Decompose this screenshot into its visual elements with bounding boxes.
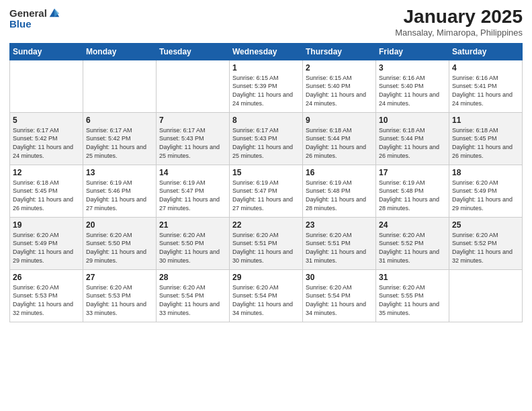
logo-icon — [48, 7, 60, 19]
day-number: 6 — [86, 116, 153, 125]
col-wednesday: Wednesday — [230, 43, 303, 60]
calendar-cell: 14Sunrise: 6:19 AMSunset: 5:47 PMDayligh… — [157, 165, 230, 217]
day-info: Sunrise: 6:18 AMSunset: 5:45 PMDaylight:… — [452, 126, 519, 160]
day-number: 15 — [232, 168, 300, 177]
calendar-cell: 31Sunrise: 6:20 AMSunset: 5:55 PMDayligh… — [376, 269, 449, 322]
day-info: Sunrise: 6:18 AMSunset: 5:44 PMDaylight:… — [379, 126, 446, 160]
title-area: January 2025 Mansalay, Mimaropa, Philipp… — [395, 7, 523, 38]
day-number: 10 — [379, 116, 446, 125]
day-info: Sunrise: 6:17 AMSunset: 5:43 PMDaylight:… — [159, 126, 226, 160]
calendar-cell: 17Sunrise: 6:19 AMSunset: 5:48 PMDayligh… — [376, 165, 449, 217]
day-number: 19 — [13, 220, 80, 230]
day-info: Sunrise: 6:20 AMSunset: 5:53 PMDaylight:… — [86, 283, 153, 317]
day-info: Sunrise: 6:20 AMSunset: 5:54 PMDaylight:… — [159, 283, 226, 317]
day-number: 13 — [86, 168, 153, 177]
day-info: Sunrise: 6:15 AMSunset: 5:40 PMDaylight:… — [306, 74, 373, 107]
week-row-0: 1Sunrise: 6:15 AMSunset: 5:39 PMDaylight… — [10, 60, 523, 112]
day-number: 11 — [452, 116, 519, 125]
col-monday: Monday — [83, 43, 157, 60]
day-info: Sunrise: 6:19 AMSunset: 5:46 PMDaylight:… — [86, 179, 153, 212]
header-row: Sunday Monday Tuesday Wednesday Thursday… — [10, 43, 523, 60]
day-number: 27 — [86, 273, 153, 282]
logo-general: General — [9, 8, 47, 18]
header: General Blue January 2025 Mansalay, Mima… — [9, 7, 523, 38]
col-tuesday: Tuesday — [157, 43, 230, 60]
calendar-cell — [449, 269, 523, 322]
calendar-cell: 6Sunrise: 6:17 AMSunset: 5:42 PMDaylight… — [83, 112, 157, 165]
col-sunday: Sunday — [10, 43, 83, 60]
day-info: Sunrise: 6:17 AMSunset: 5:42 PMDaylight:… — [86, 126, 153, 160]
day-number: 25 — [452, 220, 519, 230]
day-info: Sunrise: 6:20 AMSunset: 5:52 PMDaylight:… — [452, 231, 519, 265]
week-row-1: 5Sunrise: 6:17 AMSunset: 5:42 PMDaylight… — [10, 112, 523, 165]
day-info: Sunrise: 6:20 AMSunset: 5:49 PMDaylight:… — [452, 179, 519, 212]
day-number: 2 — [306, 63, 373, 73]
day-info: Sunrise: 6:20 AMSunset: 5:50 PMDaylight:… — [159, 231, 226, 265]
calendar-cell: 18Sunrise: 6:20 AMSunset: 5:49 PMDayligh… — [449, 165, 523, 217]
calendar-cell — [83, 60, 157, 112]
day-number: 26 — [13, 273, 80, 282]
day-info: Sunrise: 6:17 AMSunset: 5:42 PMDaylight:… — [13, 126, 80, 160]
calendar-cell: 19Sunrise: 6:20 AMSunset: 5:49 PMDayligh… — [10, 217, 83, 269]
day-number: 7 — [159, 116, 226, 125]
day-info: Sunrise: 6:19 AMSunset: 5:48 PMDaylight:… — [379, 179, 446, 212]
day-number: 3 — [379, 63, 446, 73]
week-row-4: 26Sunrise: 6:20 AMSunset: 5:53 PMDayligh… — [10, 269, 523, 322]
day-number: 12 — [13, 168, 80, 177]
calendar-table: Sunday Monday Tuesday Wednesday Thursday… — [9, 43, 523, 322]
calendar-cell: 2Sunrise: 6:15 AMSunset: 5:40 PMDaylight… — [303, 60, 376, 112]
day-info: Sunrise: 6:19 AMSunset: 5:48 PMDaylight:… — [306, 179, 373, 212]
day-info: Sunrise: 6:19 AMSunset: 5:47 PMDaylight:… — [232, 179, 300, 212]
day-number: 22 — [232, 220, 300, 230]
day-info: Sunrise: 6:20 AMSunset: 5:53 PMDaylight:… — [13, 283, 80, 317]
day-info: Sunrise: 6:16 AMSunset: 5:41 PMDaylight:… — [452, 74, 519, 107]
day-info: Sunrise: 6:18 AMSunset: 5:45 PMDaylight:… — [13, 179, 80, 212]
day-number: 20 — [86, 220, 153, 230]
calendar-cell — [157, 60, 230, 112]
day-number: 4 — [452, 63, 519, 73]
logo: General Blue — [9, 7, 60, 29]
week-row-3: 19Sunrise: 6:20 AMSunset: 5:49 PMDayligh… — [10, 217, 523, 269]
day-info: Sunrise: 6:20 AMSunset: 5:54 PMDaylight:… — [232, 283, 300, 317]
calendar-cell: 15Sunrise: 6:19 AMSunset: 5:47 PMDayligh… — [230, 165, 303, 217]
day-number: 21 — [159, 220, 226, 230]
calendar-cell: 23Sunrise: 6:20 AMSunset: 5:51 PMDayligh… — [303, 217, 376, 269]
calendar-cell: 13Sunrise: 6:19 AMSunset: 5:46 PMDayligh… — [83, 165, 157, 217]
day-info: Sunrise: 6:19 AMSunset: 5:47 PMDaylight:… — [159, 179, 226, 212]
day-number: 8 — [232, 116, 300, 125]
day-number: 24 — [379, 220, 446, 230]
calendar-cell: 28Sunrise: 6:20 AMSunset: 5:54 PMDayligh… — [157, 269, 230, 322]
day-number: 23 — [306, 220, 373, 230]
calendar-cell: 24Sunrise: 6:20 AMSunset: 5:52 PMDayligh… — [376, 217, 449, 269]
calendar-cell: 5Sunrise: 6:17 AMSunset: 5:42 PMDaylight… — [10, 112, 83, 165]
calendar-cell: 30Sunrise: 6:20 AMSunset: 5:54 PMDayligh… — [303, 269, 376, 322]
calendar-cell: 16Sunrise: 6:19 AMSunset: 5:48 PMDayligh… — [303, 165, 376, 217]
day-number: 9 — [306, 116, 373, 125]
calendar-cell: 9Sunrise: 6:18 AMSunset: 5:44 PMDaylight… — [303, 112, 376, 165]
calendar-cell: 4Sunrise: 6:16 AMSunset: 5:41 PMDaylight… — [449, 60, 523, 112]
calendar-cell: 10Sunrise: 6:18 AMSunset: 5:44 PMDayligh… — [376, 112, 449, 165]
calendar-cell — [10, 60, 83, 112]
day-number: 30 — [306, 273, 373, 282]
day-number: 28 — [159, 273, 226, 282]
day-info: Sunrise: 6:20 AMSunset: 5:49 PMDaylight:… — [13, 231, 80, 265]
page: General Blue January 2025 Mansalay, Mima… — [0, 0, 532, 411]
day-info: Sunrise: 6:20 AMSunset: 5:52 PMDaylight:… — [379, 231, 446, 265]
week-row-2: 12Sunrise: 6:18 AMSunset: 5:45 PMDayligh… — [10, 165, 523, 217]
day-info: Sunrise: 6:15 AMSunset: 5:39 PMDaylight:… — [232, 74, 300, 107]
calendar-cell: 8Sunrise: 6:17 AMSunset: 5:43 PMDaylight… — [230, 112, 303, 165]
col-thursday: Thursday — [303, 43, 376, 60]
calendar-cell: 21Sunrise: 6:20 AMSunset: 5:50 PMDayligh… — [157, 217, 230, 269]
day-info: Sunrise: 6:17 AMSunset: 5:43 PMDaylight:… — [232, 126, 300, 160]
calendar-cell: 22Sunrise: 6:20 AMSunset: 5:51 PMDayligh… — [230, 217, 303, 269]
day-number: 1 — [232, 63, 300, 73]
day-info: Sunrise: 6:18 AMSunset: 5:44 PMDaylight:… — [306, 126, 373, 160]
day-info: Sunrise: 6:20 AMSunset: 5:50 PMDaylight:… — [86, 231, 153, 265]
day-number: 14 — [159, 168, 226, 177]
main-title: January 2025 — [395, 7, 523, 28]
logo-blue: Blue — [9, 19, 60, 29]
calendar-cell: 1Sunrise: 6:15 AMSunset: 5:39 PMDaylight… — [230, 60, 303, 112]
col-saturday: Saturday — [449, 43, 523, 60]
subtitle: Mansalay, Mimaropa, Philippines — [395, 28, 523, 38]
day-number: 31 — [379, 273, 446, 282]
